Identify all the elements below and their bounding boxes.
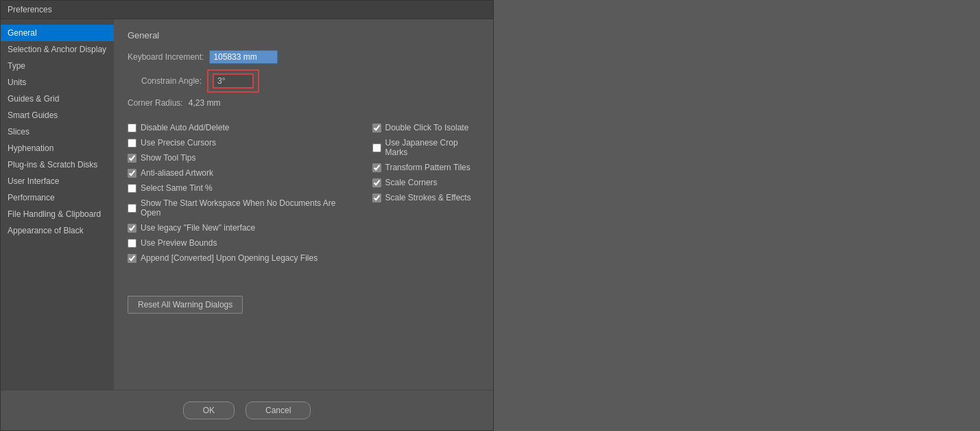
checkbox-label-right-2: Transform Pattern Tiles xyxy=(385,163,470,172)
sidebar-item-appearance[interactable]: Appearance of Black xyxy=(1,222,114,239)
checkbox-label-left-3: Anti-aliased Artwork xyxy=(141,168,213,178)
checkbox-row-left-6: Use legacy "File New" interface xyxy=(128,223,352,233)
checkbox-left-1[interactable] xyxy=(128,139,136,148)
dialog-footer: OK Cancel xyxy=(1,390,493,430)
checkbox-row-left-1: Use Precise Cursors xyxy=(128,138,352,148)
checkbox-row-left-5: Show The Start Workspace When No Documen… xyxy=(128,198,352,218)
checkbox-left-8[interactable] xyxy=(128,254,136,263)
checkbox-row-left-0: Disable Auto Add/Delete xyxy=(128,123,352,132)
checkbox-right-3[interactable] xyxy=(372,178,381,187)
checkbox-label-left-4: Select Same Tint % xyxy=(141,183,213,193)
corner-radius-label: Corner Radius: xyxy=(128,98,183,108)
checkbox-row-left-3: Anti-aliased Artwork xyxy=(128,168,352,178)
cancel-button[interactable]: Cancel xyxy=(246,401,311,419)
checkbox-label-left-5: Show The Start Workspace When No Documen… xyxy=(141,198,352,218)
sidebar: GeneralSelection & Anchor DisplayTypeUni… xyxy=(1,19,114,390)
sidebar-item-slices[interactable]: Slices xyxy=(1,124,114,140)
keyboard-increment-label: Keyboard Increment: xyxy=(128,52,204,62)
corner-radius-row: Corner Radius: 4,23 mm xyxy=(128,98,479,108)
checkbox-left-3[interactable] xyxy=(128,169,136,178)
preferences-dialog: Preferences GeneralSelection & Anchor Di… xyxy=(0,0,494,431)
constrain-angle-wrapper xyxy=(207,69,259,93)
checkbox-label-left-0: Disable Auto Add/Delete xyxy=(141,123,229,132)
checkbox-row-left-2: Show Tool Tips xyxy=(128,153,352,163)
checkbox-row-right-0: Double Click To Isolate xyxy=(372,123,479,132)
checkbox-right-0[interactable] xyxy=(372,124,381,132)
content-area: General Keyboard Increment: Constrain An… xyxy=(114,19,493,390)
checkbox-label-right-1: Use Japanese Crop Marks xyxy=(385,138,479,157)
sidebar-item-hyphenation[interactable]: Hyphenation xyxy=(1,140,114,156)
checkbox-row-left-8: Append [Converted] Upon Opening Legacy F… xyxy=(128,253,352,263)
checkbox-col-right: Double Click To IsolateUse Japanese Crop… xyxy=(372,123,479,263)
sidebar-item-type[interactable]: Type xyxy=(1,58,114,74)
sidebar-item-performance[interactable]: Performance xyxy=(1,189,114,206)
section-title: General xyxy=(128,30,479,40)
sidebar-item-selection[interactable]: Selection & Anchor Display xyxy=(1,41,114,58)
checkbox-label-left-1: Use Precise Cursors xyxy=(141,138,216,148)
sidebar-item-plugins[interactable]: Plug-ins & Scratch Disks xyxy=(1,156,114,173)
checkbox-label-left-7: Use Preview Bounds xyxy=(141,238,217,248)
checkbox-left-6[interactable] xyxy=(128,224,136,233)
title-bar: Preferences xyxy=(1,1,493,19)
checkbox-left-5[interactable] xyxy=(128,204,136,213)
checkbox-right-1[interactable] xyxy=(372,143,381,152)
sidebar-item-smart[interactable]: Smart Guides xyxy=(1,107,114,124)
checkbox-label-left-6: Use legacy "File New" interface xyxy=(141,223,255,233)
sidebar-item-ui[interactable]: User Interface xyxy=(1,173,114,189)
checkboxes-section: Disable Auto Add/DeleteUse Precise Curso… xyxy=(128,123,479,263)
checkbox-left-7[interactable] xyxy=(128,239,136,248)
checkbox-row-right-2: Transform Pattern Tiles xyxy=(372,163,479,172)
checkbox-row-right-3: Scale Corners xyxy=(372,178,479,187)
checkbox-row-right-1: Use Japanese Crop Marks xyxy=(372,138,479,157)
keyboard-increment-row: Keyboard Increment: xyxy=(128,50,479,64)
dialog-title: Preferences xyxy=(8,5,52,14)
checkbox-row-right-4: Scale Strokes & Effects xyxy=(372,193,479,202)
corner-radius-value: 4,23 mm xyxy=(189,98,221,108)
constrain-angle-input[interactable] xyxy=(213,73,254,89)
checkbox-right-2[interactable] xyxy=(372,163,381,172)
sidebar-item-guides[interactable]: Guides & Grid xyxy=(1,91,114,107)
keyboard-increment-input[interactable] xyxy=(209,50,278,64)
sidebar-item-filehandling[interactable]: File Handling & Clipboard xyxy=(1,206,114,222)
constrain-angle-label: Constrain Angle: xyxy=(141,76,202,86)
checkbox-label-right-3: Scale Corners xyxy=(385,178,438,187)
checkbox-label-right-4: Scale Strokes & Effects xyxy=(385,193,471,202)
sidebar-item-general[interactable]: General xyxy=(1,25,114,41)
checkbox-col-left: Disable Auto Add/DeleteUse Precise Curso… xyxy=(128,123,352,263)
checkbox-left-0[interactable] xyxy=(128,124,136,132)
checkbox-label-left-2: Show Tool Tips xyxy=(141,153,196,163)
checkbox-right-4[interactable] xyxy=(372,194,381,202)
checkbox-label-right-0: Double Click To Isolate xyxy=(385,123,469,132)
checkbox-label-left-8: Append [Converted] Upon Opening Legacy F… xyxy=(141,253,318,263)
reset-all-warnings-button[interactable]: Reset All Warning Dialogs xyxy=(128,296,243,314)
checkbox-row-left-4: Select Same Tint % xyxy=(128,183,352,193)
constrain-angle-row: Constrain Angle: xyxy=(141,69,479,93)
ok-button[interactable]: OK xyxy=(183,401,235,419)
reset-section: Reset All Warning Dialogs xyxy=(128,279,479,314)
sidebar-item-units[interactable]: Units xyxy=(1,74,114,91)
checkbox-left-2[interactable] xyxy=(128,154,136,163)
checkbox-left-4[interactable] xyxy=(128,184,136,193)
checkbox-row-left-7: Use Preview Bounds xyxy=(128,238,352,248)
